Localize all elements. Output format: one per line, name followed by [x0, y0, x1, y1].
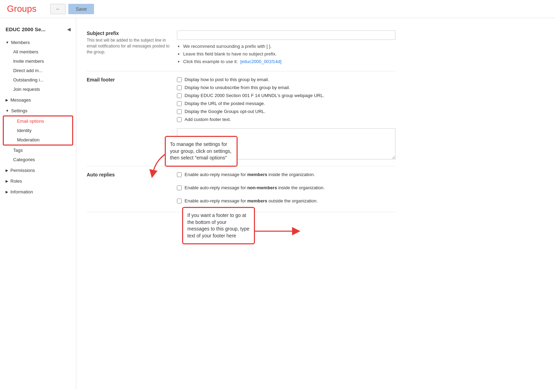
- sidebar-item-categories[interactable]: Categories: [0, 155, 76, 164]
- auto-replies-control: Enable auto-reply message for members in…: [177, 172, 395, 206]
- sidebar-item-email-options[interactable]: Email options: [4, 116, 72, 126]
- checkbox-optout-input[interactable]: [177, 109, 182, 114]
- sidebar-item-direct-add[interactable]: Direct add m...: [0, 66, 76, 75]
- content-area: Subject prefix This text will be added t…: [76, 18, 406, 219]
- example-link[interactable]: [educ2000_001f14d]: [240, 59, 282, 64]
- checkbox-webpage-input[interactable]: [177, 93, 182, 98]
- sidebar-section-header-roles[interactable]: ▶ Roles: [0, 176, 76, 186]
- sidebar-section-header-information[interactable]: ▶ Information: [0, 187, 76, 197]
- autoreply-members-outside-input[interactable]: [177, 199, 182, 203]
- sidebar: EDUC 2000 Se... ◀ ▼ Members All members …: [0, 18, 76, 389]
- auto-replies-label: Auto replies: [87, 172, 177, 179]
- checkbox-url-input[interactable]: [177, 101, 182, 106]
- sidebar-item-invite-members[interactable]: Invite members: [0, 56, 76, 66]
- sidebar-section-header-members[interactable]: ▼ Members: [0, 38, 76, 47]
- sidebar-section-header-messages[interactable]: ▶ Messages: [0, 95, 76, 105]
- sidebar-section-roles: ▶ Roles: [0, 176, 76, 186]
- sidebar-item-tags[interactable]: Tags: [0, 146, 76, 155]
- sidebar-section-information: ▶ Information: [0, 187, 76, 197]
- autoreply-nonmembers-inside-input[interactable]: [177, 185, 182, 190]
- sidebar-group-name: EDUC 2000 Se... ◀: [0, 24, 76, 38]
- main-layout: EDUC 2000 Se... ◀ ▼ Members All members …: [0, 18, 555, 389]
- sidebar-item-moderation[interactable]: Moderation: [4, 135, 72, 145]
- autoreply-nonmembers-inside: Enable auto-reply message for non-member…: [177, 185, 395, 190]
- email-footer-label: Email footer: [87, 77, 177, 84]
- arrow-icon: ▼: [6, 41, 9, 44]
- tooltip-footer: If you want a footer to go at the bottom…: [182, 207, 255, 244]
- sidebar-item-identity[interactable]: Identity: [4, 126, 72, 135]
- main-content: To manage the settings for your group, c…: [76, 18, 555, 389]
- tooltip-settings: To manage the settings for your group, c…: [165, 136, 238, 167]
- checkbox-url: Display the URL of the posted message.: [177, 101, 395, 106]
- subject-prefix-label: Subject prefix This text will be added t…: [87, 31, 177, 55]
- back-button[interactable]: ←: [50, 4, 66, 14]
- checkbox-optout: Display the Google Groups opt-out URL.: [177, 109, 395, 114]
- arrow-icon-permissions: ▶: [6, 168, 8, 172]
- sidebar-item-all-members[interactable]: All members: [0, 47, 76, 56]
- autoreply-members-outside: Enable auto-reply message for members ou…: [177, 198, 395, 203]
- sidebar-section-header-settings[interactable]: ▼ Settings: [0, 106, 76, 115]
- arrow-icon-settings: ▼: [6, 109, 9, 113]
- autoreply-members-inside: Enable auto-reply message for members in…: [177, 172, 395, 177]
- checkbox-unsubscribe: Display how to unsubscribe from this gro…: [177, 85, 395, 90]
- auto-replies-row: Auto replies Enable auto-reply message f…: [87, 166, 395, 212]
- email-footer-row: Email footer Display how to post to this…: [87, 71, 395, 166]
- checkbox-unsubscribe-input[interactable]: [177, 85, 182, 90]
- app-title: Groups: [7, 3, 36, 14]
- sidebar-section-members: ▼ Members All members Invite members Dir…: [0, 38, 76, 94]
- arrow-icon-information: ▶: [6, 190, 8, 194]
- sidebar-section-messages: ▶ Messages: [0, 95, 76, 105]
- header: Groups ← Save: [0, 0, 555, 18]
- checkbox-custom-footer: Add custom footer text.: [177, 117, 395, 122]
- checkbox-webpage: Display EDUC 2000 Section 001 F 14 UMNDL…: [177, 93, 395, 98]
- sidebar-section-header-permissions[interactable]: ▶ Permissions: [0, 166, 76, 175]
- sidebar-item-outstanding[interactable]: Outstanding i...: [0, 75, 76, 85]
- save-button[interactable]: Save: [68, 4, 94, 14]
- subject-prefix-control: We recommend surrounding a prefix with […: [177, 31, 395, 66]
- arrow-icon-roles: ▶: [6, 179, 8, 183]
- checkbox-post: Display how to post to this group by ema…: [177, 77, 395, 82]
- subject-prefix-row: Subject prefix This text will be added t…: [87, 25, 395, 71]
- checkbox-custom-footer-input[interactable]: [177, 117, 182, 122]
- arrow2-svg: [253, 223, 302, 240]
- settings-highlight-box: Email options Identity Moderation: [3, 115, 73, 146]
- sidebar-item-join-requests[interactable]: Join requests: [0, 85, 76, 94]
- subject-prefix-input[interactable]: [177, 31, 395, 40]
- sidebar-section-permissions: ▶ Permissions: [0, 166, 76, 175]
- sidebar-section-settings: ▼ Settings Email options Identity Modera…: [0, 106, 76, 164]
- autoreply-members-inside-input[interactable]: [177, 172, 182, 177]
- checkbox-post-input[interactable]: [177, 77, 182, 82]
- sidebar-collapse-btn[interactable]: ◀: [67, 27, 70, 32]
- subject-prefix-hints: We recommend surrounding a prefix with […: [177, 43, 395, 66]
- arrow-icon-messages: ▶: [6, 98, 8, 102]
